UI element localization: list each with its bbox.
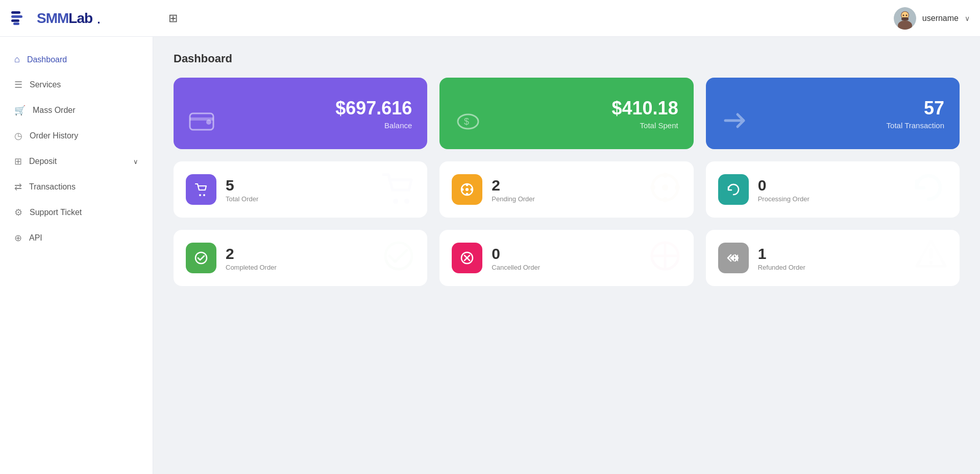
cancelled-order-bg-icon (645, 238, 685, 282)
total-transaction-card: 57 Total Transaction (706, 78, 960, 149)
bank-icon: ⊞ (14, 156, 22, 167)
api-icon: ⊕ (14, 232, 22, 244)
cancelled-order-label: Cancelled Order (492, 264, 540, 271)
order-stats-row2: 2 Completed Order (174, 230, 960, 286)
svg-point-25 (466, 193, 469, 196)
svg-point-21 (465, 188, 469, 191)
logo-area: SMMLab . (10, 7, 163, 30)
header-right: username ∨ (894, 7, 970, 30)
sidebar-item-support-ticket[interactable]: ⚙ Support Ticket (0, 200, 153, 225)
processing-order-count: 0 (758, 177, 810, 194)
expand-icon[interactable]: ⊞ (168, 12, 178, 25)
balance-label: Balance (384, 121, 412, 130)
order-stats-row1: 5 Total Order (174, 161, 960, 218)
processing-order-info: 0 Processing Order (758, 177, 810, 203)
processing-order-bg-icon (911, 170, 951, 214)
sidebar-item-services[interactable]: ☰ Services (0, 72, 153, 98)
processing-order-label: Processing Order (758, 195, 810, 203)
svg-point-28 (650, 185, 655, 190)
cart-icon: 🛒 (14, 105, 26, 116)
cancelled-order-card: 0 Cancelled Order (439, 230, 693, 286)
money-icon: $ (454, 108, 482, 139)
svg-point-10 (905, 14, 907, 16)
sidebar-item-transactions[interactable]: ⇄ Transactions (0, 174, 153, 200)
svg-point-18 (393, 199, 398, 204)
sidebar-label-order-history: Order History (30, 131, 78, 140)
header: SMMLab . ⊞ username ∨ (0, 0, 980, 37)
refunded-order-card: 1 Refunded Order (706, 230, 960, 286)
svg-point-45 (929, 261, 933, 264)
svg-point-24 (466, 184, 469, 186)
svg-point-23 (471, 188, 473, 191)
big-stats-row: $697.616 Balance $ $410.18 Total Spent (174, 78, 960, 149)
clock-icon: ◷ (14, 130, 22, 141)
sidebar-label-services: Services (30, 80, 61, 89)
cancelled-order-info: 0 Cancelled Order (492, 245, 540, 271)
completed-order-info: 2 Completed Order (226, 245, 277, 271)
total-order-icon (186, 174, 216, 205)
svg-rect-13 (206, 120, 211, 125)
svg-point-16 (199, 194, 201, 196)
main-content: Dashboard $697.616 Balance (153, 37, 980, 474)
sidebar-item-api[interactable]: ⊕ API (0, 225, 153, 251)
pending-order-count: 2 (492, 177, 535, 194)
refunded-order-icon (718, 243, 749, 273)
refunded-order-label: Refunded Order (758, 264, 805, 271)
sidebar-label-transactions: Transactions (29, 182, 76, 192)
sidebar: ⌂ Dashboard ☰ Services 🛒 Mass Order ◷ Or… (0, 37, 153, 474)
balance-value: $697.616 (335, 98, 412, 119)
total-order-card: 5 Total Order (174, 161, 427, 218)
sidebar-item-deposit[interactable]: ⊞ Deposit ∨ (0, 149, 153, 174)
pending-order-icon (452, 174, 482, 205)
processing-order-card: 0 Processing Order (706, 161, 960, 218)
total-transaction-label: Total Transaction (887, 121, 944, 130)
svg-rect-0 (11, 11, 20, 14)
refunded-order-count: 1 (758, 245, 805, 263)
avatar (894, 7, 916, 30)
sidebar-item-dashboard[interactable]: ⌂ Dashboard (0, 47, 153, 72)
sidebar-label-mass-order: Mass Order (33, 106, 76, 115)
sidebar-item-order-history[interactable]: ◷ Order History (0, 123, 153, 149)
svg-point-27 (662, 184, 668, 191)
svg-text:$: $ (464, 116, 469, 127)
arrow-icon (720, 108, 751, 139)
total-order-count: 5 (226, 177, 258, 194)
sidebar-label-dashboard: Dashboard (27, 55, 67, 64)
svg-point-32 (195, 252, 207, 264)
pending-order-card: 2 Pending Order (439, 161, 693, 218)
sidebar-label-deposit: Deposit (29, 157, 57, 166)
sidebar-item-mass-order[interactable]: 🛒 Mass Order (0, 98, 153, 123)
chevron-icon: ∨ (133, 158, 138, 165)
svg-point-19 (404, 199, 409, 204)
total-order-bg-icon (378, 170, 419, 214)
refunded-order-info: 1 Refunded Order (758, 245, 805, 271)
logo-icon (10, 7, 33, 30)
services-icon: ☰ (14, 79, 22, 90)
svg-rect-1 (11, 15, 22, 18)
total-spent-label: Total Spent (640, 121, 678, 130)
refunded-order-bg-icon (911, 238, 951, 282)
transaction-icon: ⇄ (14, 181, 22, 193)
svg-point-31 (663, 197, 668, 202)
completed-order-bg-icon (378, 238, 419, 282)
completed-order-count: 2 (226, 245, 277, 263)
balance-card: $697.616 Balance (174, 78, 427, 149)
chevron-down-icon[interactable]: ∨ (965, 14, 970, 22)
completed-order-label: Completed Order (226, 264, 277, 271)
total-order-info: 5 Total Order (226, 177, 258, 203)
sidebar-label-api: API (29, 233, 42, 243)
svg-point-30 (663, 173, 668, 178)
logo-text: SMMLab (37, 10, 92, 27)
pending-order-label: Pending Order (492, 195, 535, 203)
cancelled-order-count: 0 (492, 245, 540, 263)
total-transaction-value: 57 (924, 98, 944, 119)
completed-order-card: 2 Completed Order (174, 230, 427, 286)
home-icon: ⌂ (14, 54, 20, 65)
logo-dot: . (96, 9, 101, 28)
pending-order-info: 2 Pending Order (492, 177, 535, 203)
processing-order-icon (718, 174, 749, 205)
layout: ⌂ Dashboard ☰ Services 🛒 Mass Order ◷ Or… (0, 37, 980, 474)
wallet-icon (188, 108, 216, 139)
svg-rect-8 (901, 17, 909, 20)
total-spent-value: $410.18 (612, 98, 678, 119)
